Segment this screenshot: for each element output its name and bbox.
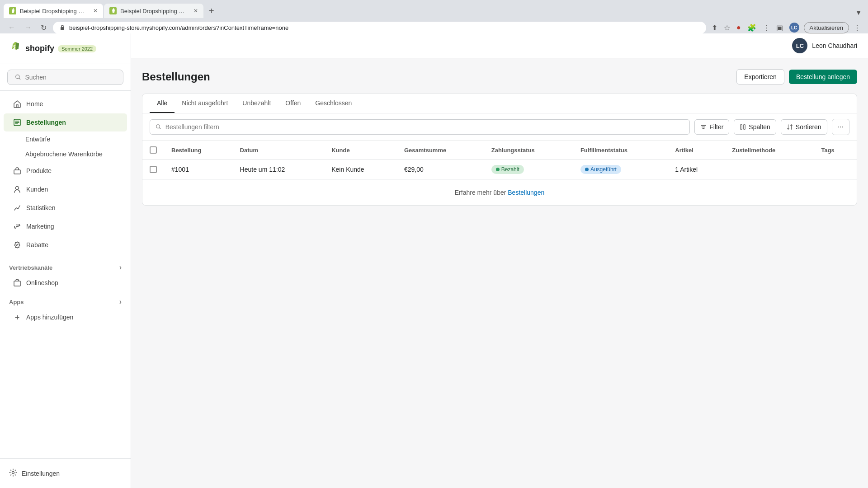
- svg-point-8: [12, 472, 14, 474]
- filter-search-input[interactable]: [165, 123, 684, 131]
- shopify-brand-text: shopify: [25, 44, 54, 53]
- spalten-label: Spalten: [749, 123, 770, 131]
- address-bar[interactable]: beispiel-dropshipping-store.myshopify.co…: [53, 22, 706, 34]
- row-datum: Heute um 11:02: [233, 160, 325, 180]
- update-button[interactable]: Aktualisieren: [804, 22, 849, 33]
- shopify-icon: [9, 41, 22, 56]
- fulfillmentstatus-dot: [585, 168, 589, 171]
- sidebar-item-home[interactable]: Home: [4, 95, 127, 113]
- sortieren-button[interactable]: Sortieren: [781, 119, 827, 135]
- create-order-button[interactable]: Bestellung anlegen: [789, 70, 857, 84]
- zahlungsstatus-dot: [496, 168, 500, 171]
- share-button[interactable]: ⬆: [710, 22, 719, 34]
- app-wrapper: shopify Sommer 2022 Home Bestel: [0, 33, 868, 488]
- address-bar-url: beispiel-dropshipping-store.myshopify.co…: [69, 24, 288, 31]
- sidebar-item-entwuerfe[interactable]: Entwürfe: [4, 132, 127, 146]
- tab-geschlossen[interactable]: Geschlossen: [308, 94, 359, 113]
- search-input[interactable]: [25, 74, 116, 81]
- sidebar-item-marketing[interactable]: Marketing: [4, 217, 127, 235]
- tab-nicht-ausgefuehrt[interactable]: Nicht ausgeführt: [175, 94, 235, 113]
- marketing-icon: [13, 222, 22, 231]
- row-fulfillmentstatus: Ausgeführt: [573, 160, 668, 180]
- sidebar-item-statistiken[interactable]: Statistiken: [4, 199, 127, 217]
- sidebar-item-marketing-label: Marketing: [26, 223, 54, 230]
- th-bestellung[interactable]: Bestellung: [164, 141, 233, 160]
- forward-button[interactable]: →: [22, 22, 34, 33]
- tab-offen[interactable]: Offen: [278, 94, 308, 113]
- settings-label: Einstellungen: [22, 470, 60, 477]
- export-button[interactable]: Exportieren: [736, 69, 784, 84]
- search-bar[interactable]: [7, 70, 123, 85]
- apps-label: Apps: [9, 299, 24, 305]
- more-options-button[interactable]: ⋮: [852, 22, 863, 34]
- sidebar-item-abgebrochene-label: Abgebrochene Warenkörbe: [25, 150, 103, 158]
- sidebar-item-kunden[interactable]: Kunden: [4, 180, 127, 198]
- vertriebskanaele-section: Vertriebskanäle ›: [0, 258, 131, 273]
- sidebar-item-bestellungen[interactable]: Bestellungen: [4, 113, 127, 131]
- svg-rect-0: [61, 27, 64, 30]
- new-tab-button[interactable]: +: [204, 4, 219, 18]
- page-header: Bestellungen Exportieren Bestellung anle…: [142, 69, 857, 84]
- sidebar-item-kunden-label: Kunden: [26, 186, 48, 193]
- bookmark-button[interactable]: ☆: [722, 22, 732, 34]
- th-fulfillmentstatus[interactable]: Fulfillmentstatus: [573, 141, 668, 160]
- tab-close-2[interactable]: ✕: [193, 8, 198, 14]
- sidebar-item-rabatte[interactable]: Rabatte: [4, 236, 127, 254]
- settings-icon: [9, 469, 17, 478]
- spalten-button[interactable]: Spalten: [734, 119, 776, 135]
- lock-icon: [59, 24, 66, 31]
- menu-button[interactable]: ⋮: [761, 22, 772, 34]
- more-actions-button[interactable]: ···: [832, 119, 849, 135]
- back-button[interactable]: ←: [5, 22, 18, 33]
- th-zahlungsstatus[interactable]: Zahlungsstatus: [484, 141, 573, 160]
- profile-button[interactable]: LC: [788, 21, 801, 34]
- sidebar-item-abgebrochene[interactable]: Abgebrochene Warenkörbe: [4, 147, 127, 161]
- select-all-checkbox[interactable]: [150, 146, 157, 154]
- sidebar-item-onlineshop[interactable]: Onlineshop: [4, 274, 127, 292]
- extensions-button[interactable]: 🧩: [745, 22, 758, 34]
- tab-close-active[interactable]: ✕: [93, 8, 98, 14]
- tab-unbezahlt[interactable]: Unbezahlt: [235, 94, 278, 113]
- top-bar: LC Leon Chaudhari: [131, 33, 868, 58]
- sidebar-item-apps-hinzufuegen[interactable]: + Apps hinzufügen: [4, 308, 127, 326]
- tabs-list-button[interactable]: ▼: [853, 7, 864, 18]
- sidebar-item-home-label: Home: [26, 100, 43, 108]
- th-kunde[interactable]: Kunde: [324, 141, 397, 160]
- apps-section: Apps ›: [0, 292, 131, 308]
- fulfillmentstatus-label: Ausgeführt: [590, 166, 617, 173]
- browser-tab-active[interactable]: Beispiel Dropshipping Store · E… ✕: [4, 4, 103, 18]
- vertriebskanaele-chevron[interactable]: ›: [119, 263, 122, 272]
- browser-tab-2-title: Beispiel Dropshipping Store: [120, 8, 188, 14]
- svg-point-6: [18, 245, 18, 246]
- opera-button[interactable]: ●: [735, 22, 743, 33]
- row-checkbox[interactable]: [150, 166, 157, 173]
- learn-more-link[interactable]: Bestellungen: [508, 189, 544, 196]
- order-link[interactable]: #1001: [171, 166, 189, 173]
- orders-table: Bestellung Datum Kunde Gesamtsumme Zahlu…: [142, 141, 857, 180]
- shopify-badge: Sommer 2022: [58, 45, 96, 52]
- sidebar-footer: Einstellungen: [0, 458, 131, 488]
- th-artikel[interactable]: Artikel: [668, 141, 725, 160]
- tab-alle[interactable]: Alle: [150, 94, 175, 113]
- sidebar-item-settings[interactable]: Einstellungen: [0, 464, 131, 483]
- sort-icon: [787, 124, 793, 130]
- browser-tab-2[interactable]: Beispiel Dropshipping Store ✕: [104, 4, 203, 18]
- th-tags[interactable]: Tags: [814, 141, 857, 160]
- row-bestellung[interactable]: #1001: [164, 160, 233, 180]
- filter-label: Filter: [709, 123, 723, 131]
- th-datum[interactable]: Datum: [233, 141, 325, 160]
- orders-tabs: Alle Nicht ausgeführt Unbezahlt Offen Ge…: [142, 94, 857, 113]
- nav-section-main: Home Bestellungen Entwürfe Abgebrochene …: [0, 91, 131, 258]
- th-gesamtsumme[interactable]: Gesamtsumme: [397, 141, 484, 160]
- user-info: LC Leon Chaudhari: [792, 38, 857, 53]
- stats-icon: [13, 203, 22, 212]
- th-zustellmethode[interactable]: Zustellmethode: [725, 141, 814, 160]
- sidebar-toggle[interactable]: ▣: [774, 22, 785, 34]
- refresh-button[interactable]: ↻: [38, 22, 49, 34]
- sidebar-item-produkte[interactable]: Produkte: [4, 162, 127, 180]
- filter-search-bar[interactable]: [150, 119, 690, 135]
- apps-chevron[interactable]: ›: [119, 298, 122, 306]
- sidebar: shopify Sommer 2022 Home Bestel: [0, 33, 131, 488]
- zahlungsstatus-label: Bezahlt: [501, 166, 519, 173]
- filter-button[interactable]: Filter: [694, 119, 729, 135]
